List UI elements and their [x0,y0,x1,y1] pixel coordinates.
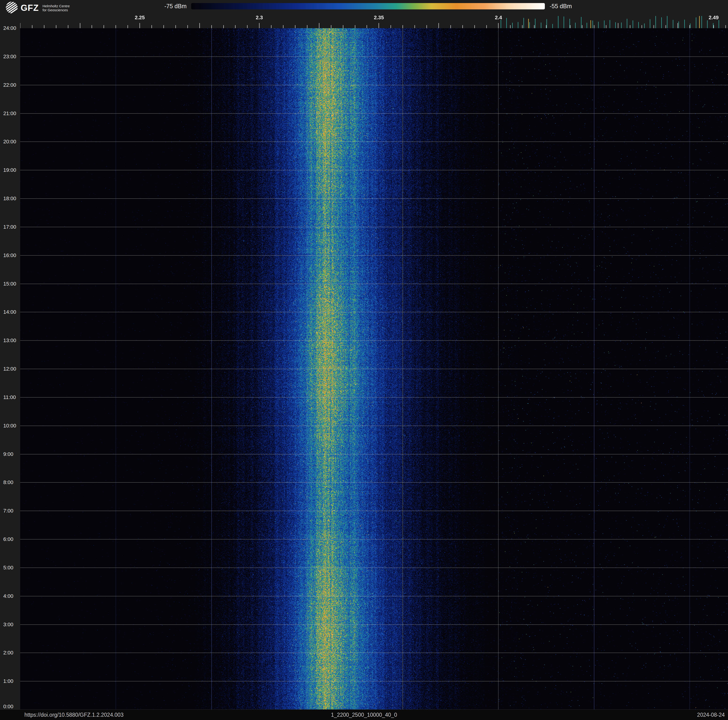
time-label: 20:00 [3,139,16,145]
time-label: 17:00 [3,224,16,230]
time-label: 3:00 [3,622,14,628]
logo-subtitle: Helmholtz Centre for Geosciences [43,4,70,12]
time-label: 18:00 [3,196,16,202]
time-label: 7:00 [3,508,14,514]
time-label: 1:00 [3,678,14,684]
spectrogram-plot [20,28,728,710]
time-label: 4:00 [3,593,14,599]
time-label: 2:00 [3,650,14,656]
time-label: 11:00 [3,394,16,400]
doi-link[interactable]: https://doi.org/10.5880/GFZ.1.2.2024.003 [24,710,124,720]
footer: https://doi.org/10.5880/GFZ.1.2.2024.003… [0,709,728,720]
time-label: 12:00 [3,366,16,372]
colorbar: -75 dBm -55 dBm [164,3,572,10]
time-label: 10:00 [3,423,16,429]
colorbar-gradient [191,3,545,9]
colorbar-max-label: -55 dBm [549,3,572,10]
time-label: 9:00 [3,451,14,457]
time-label: 6:00 [3,536,14,542]
time-label: 22:00 [3,82,16,88]
date-label: 2024-08-24 [697,710,725,720]
frequency-axis-labels: 2.252.32.352.42.49 [20,15,728,21]
spectrogram-page: GFZ Helmholtz Centre for Geosciences -75… [0,0,728,720]
time-label: 24:00 [3,25,16,31]
time-label: 14:00 [3,309,16,315]
freq-tick-label: 2.3 [256,15,263,21]
logo-subtitle-line2: for Geosciences [43,8,68,12]
spectrogram-canvas [20,28,728,710]
time-label: 21:00 [3,110,16,116]
colorbar-min-label: -75 dBm [164,3,187,10]
freq-tick-label: 2.49 [708,15,719,21]
dataset-id-label: 1_2200_2500_10000_40_0 [331,710,397,720]
logo-brand-text: GFZ [21,3,39,13]
time-label: 0:00 [3,703,14,710]
time-label: 13:00 [3,337,16,343]
time-label: 19:00 [3,167,16,173]
time-label: 8:00 [3,479,14,486]
logo-subtitle-line1: Helmholtz Centre [43,4,70,8]
freq-tick-label: 2.35 [374,15,384,21]
header: GFZ Helmholtz Centre for Geosciences -75… [0,0,728,14]
time-label: 5:00 [3,565,14,571]
freq-tick-label: 2.25 [135,15,145,21]
freq-tick-label: 2.4 [495,15,502,21]
time-label: 16:00 [3,252,16,259]
time-label: 15:00 [3,281,16,287]
time-axis-labels: 24:0023:0022:0021:0020:0019:0018:0017:00… [0,0,20,720]
time-label: 23:00 [3,54,16,60]
